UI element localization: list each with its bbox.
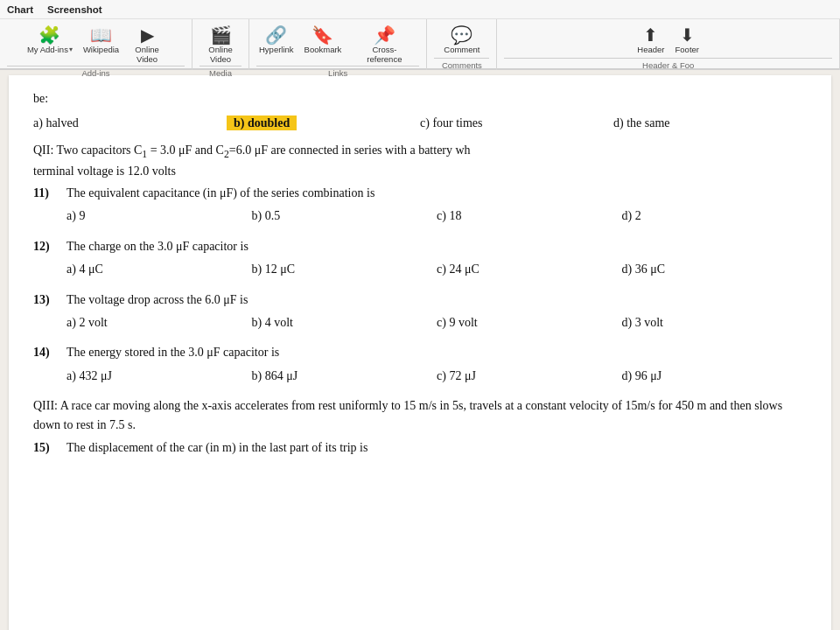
- header-icon: ⬆: [643, 26, 658, 44]
- option-d: d) the same: [613, 114, 807, 133]
- q11-body: The equivalent capacitance (in μF) of th…: [66, 184, 374, 203]
- media-items: 🎬 OnlineVideo: [206, 23, 234, 66]
- q13-opt-a: a) 2 volt: [66, 313, 252, 332]
- q13-body: The voltage drop across the 6.0 μF is: [66, 290, 248, 310]
- group-media: 🎬 OnlineVideo Media: [192, 19, 249, 70]
- media-video-button[interactable]: 🎬 OnlineVideo: [206, 24, 234, 66]
- group-header-footer: ⬆ Header ⬇ Footer Header & Foo: [497, 19, 840, 70]
- wikipedia-icon: 📖: [90, 26, 112, 44]
- cross-ref-icon: 📌: [374, 26, 396, 44]
- q11-opt-a: a) 9: [66, 206, 252, 226]
- option-b: b) doubled: [227, 114, 420, 133]
- group-comments: 💬 Comment Comments: [427, 19, 497, 70]
- q12-options: a) 4 μC b) 12 μC c) 24 μC d) 36 μC: [33, 260, 807, 279]
- hyperlink-icon: 🔗: [265, 26, 287, 44]
- q14-body: The energy stored in the 3.0 μF capacito…: [66, 343, 279, 362]
- q12-body: The charge on the 3.0 μF capacitor is: [66, 237, 248, 256]
- comments-items: 💬 Comment: [441, 23, 482, 58]
- question-12: 12) The charge on the 3.0 μF capacitor i…: [33, 237, 807, 280]
- bookmark-icon: 🔖: [312, 26, 333, 44]
- q15-num: 15): [33, 438, 60, 458]
- media-label: OnlineVideo: [208, 45, 232, 64]
- header-button[interactable]: ⬆ Header: [634, 24, 667, 56]
- q15-text: The displacement of the car (in m) in th…: [66, 438, 368, 458]
- q12-opt-b: b) 12 μC: [252, 260, 438, 279]
- q14-text: 14) The energy stored in the 3.0 μF capa…: [33, 343, 807, 362]
- document-content: be: a) halved b) doubled c) four times d…: [9, 75, 831, 630]
- header-footer-group-label: Header & Foo: [504, 58, 832, 70]
- qii-intro: QII: Two capacitors C1 = 3.0 μF and C2=6…: [33, 141, 807, 180]
- addins-dropdown-icon: ▾: [69, 46, 73, 53]
- ribbon: Chart Screenshot 🧩 My Add-ins ▾ 📖 Wikipe…: [0, 0, 840, 70]
- q12-text: 12) The charge on the 3.0 μF capacitor i…: [33, 237, 807, 256]
- group-links: 🔗 Hyperlink 🔖 Bookmark 📌 Cross-reference…: [249, 19, 427, 70]
- q15-row: 15) The displacement of the car (in m) i…: [33, 438, 807, 458]
- header-footer-items: ⬆ Header ⬇ Footer: [634, 23, 702, 58]
- ribbon-tabs: Chart Screenshot: [0, 0, 840, 19]
- bookmark-label: Bookmark: [304, 45, 342, 54]
- q13-options: a) 2 volt b) 4 volt c) 9 volt d) 3 volt: [33, 313, 807, 332]
- be-line: be:: [33, 89, 807, 108]
- qiii-block: QIII: A race car moving along the x-axis…: [33, 396, 807, 457]
- option-b-highlighted: b) doubled: [227, 116, 297, 130]
- q11-options: a) 9 b) 0.5 c) 18 d) 2: [33, 206, 807, 226]
- my-addins-label: My Add-ins: [27, 45, 68, 54]
- q12-opt-c: c) 24 μC: [437, 260, 622, 279]
- comment-icon: 💬: [451, 26, 472, 44]
- hyperlink-button[interactable]: 🔗 Hyperlink: [256, 24, 297, 56]
- q11-opt-b: b) 0.5: [252, 206, 438, 226]
- q12-opt-a: a) 4 μC: [66, 260, 252, 279]
- addins-group-label: Add-ins: [7, 66, 185, 78]
- q12-num: 12): [33, 237, 60, 256]
- qiii-intro-text: QIII: A race car moving along the x-axis…: [33, 396, 807, 434]
- comments-group-label: Comments: [434, 58, 489, 70]
- q14-opt-b: b) 864 μJ: [252, 367, 438, 386]
- question-11: 11) The equivalent capacitance (in μF) o…: [33, 184, 807, 227]
- q14-opt-a: a) 432 μJ: [66, 367, 252, 386]
- question-13: 13) The voltage drop across the 6.0 μF i…: [33, 290, 807, 333]
- comment-label: Comment: [444, 45, 480, 54]
- cross-ref-label: Cross-reference: [367, 45, 402, 64]
- q14-opt-c: c) 72 μJ: [437, 367, 622, 386]
- online-video-button[interactable]: ▶ OnlineVideo: [127, 24, 167, 66]
- question-14: 14) The energy stored in the 3.0 μF capa…: [33, 343, 807, 386]
- tab-screenshot[interactable]: Screenshot: [47, 4, 102, 15]
- hyperlink-label: Hyperlink: [259, 45, 294, 54]
- tab-chart[interactable]: Chart: [7, 4, 33, 15]
- addins-icon: 🧩: [38, 26, 60, 44]
- bookmark-button[interactable]: 🔖 Bookmark: [302, 24, 345, 56]
- addins-items: 🧩 My Add-ins ▾ 📖 Wikipedia ▶ OnlineVideo: [24, 23, 167, 66]
- prev-question-options: a) halved b) doubled c) four times d) th…: [33, 114, 807, 133]
- online-video-label: OnlineVideo: [135, 45, 158, 64]
- footer-label: Footer: [676, 45, 699, 54]
- cross-reference-button[interactable]: 📌 Cross-reference: [349, 24, 419, 66]
- my-addins-button[interactable]: 🧩 My Add-ins ▾: [24, 24, 75, 56]
- q12-opt-d: d) 36 μC: [622, 260, 808, 279]
- q13-num: 13): [33, 290, 60, 310]
- comment-button[interactable]: 💬 Comment: [441, 24, 482, 56]
- links-items: 🔗 Hyperlink 🔖 Bookmark 📌 Cross-reference: [256, 23, 419, 66]
- wikipedia-label: Wikipedia: [83, 45, 119, 54]
- q11-opt-c: c) 18: [437, 206, 622, 226]
- media-group-label: Media: [200, 66, 242, 78]
- ribbon-body: 🧩 My Add-ins ▾ 📖 Wikipedia ▶ OnlineVideo…: [0, 19, 840, 70]
- q14-options: a) 432 μJ b) 864 μJ c) 72 μJ d) 96 μJ: [33, 367, 807, 386]
- header-label: Header: [637, 45, 664, 54]
- q11-text: 11) The equivalent capacitance (in μF) o…: [33, 184, 807, 203]
- footer-icon: ⬇: [680, 26, 695, 44]
- footer-button[interactable]: ⬇ Footer: [673, 24, 702, 56]
- option-a: a) halved: [33, 114, 227, 133]
- qii-intro-text: QII: Two capacitors C1 = 3.0 μF and C2=6…: [33, 144, 471, 178]
- media-icon: 🎬: [210, 26, 232, 44]
- q13-opt-d: d) 3 volt: [622, 313, 808, 332]
- wikipedia-button[interactable]: 📖 Wikipedia: [80, 24, 122, 56]
- option-c: c) four times: [420, 114, 613, 133]
- q13-opt-c: c) 9 volt: [437, 313, 622, 332]
- q14-num: 14): [33, 343, 60, 362]
- q13-text: 13) The voltage drop across the 6.0 μF i…: [33, 290, 807, 310]
- q14-opt-d: d) 96 μJ: [622, 367, 808, 386]
- online-video-icon: ▶: [141, 26, 154, 44]
- group-addins: 🧩 My Add-ins ▾ 📖 Wikipedia ▶ OnlineVideo…: [0, 19, 192, 70]
- q11-num: 11): [33, 184, 60, 203]
- q11-opt-d: d) 2: [622, 206, 808, 226]
